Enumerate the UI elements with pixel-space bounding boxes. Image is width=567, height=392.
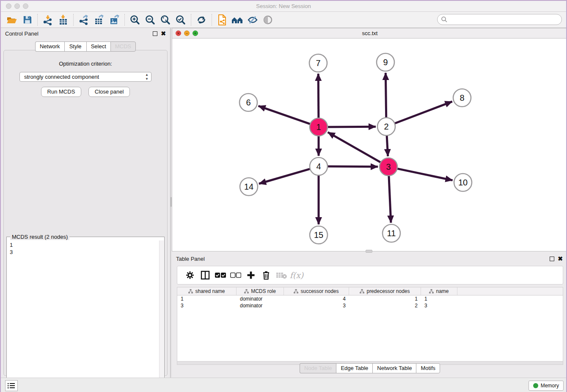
graph-edge-2-9[interactable]: [385, 73, 386, 119]
graph-edge-3-10[interactable]: [396, 168, 453, 180]
memory-button[interactable]: Memory: [528, 381, 564, 391]
table-cell[interactable]: dominator: [237, 302, 284, 309]
graph-edge-2-8[interactable]: [394, 102, 452, 124]
close-panel-icon[interactable]: ✖: [161, 30, 166, 37]
graph-edge-3-11[interactable]: [389, 175, 391, 223]
splitter-grip[interactable]: [366, 250, 372, 253]
table-cell[interactable]: 1: [421, 295, 457, 302]
column-header[interactable]: shared name: [177, 287, 237, 295]
column-header[interactable]: MCDS role: [237, 287, 284, 295]
list-icon: [8, 383, 15, 389]
table-cell[interactable]: dominator: [237, 295, 284, 302]
graph-node-3[interactable]: 3: [380, 158, 397, 176]
column-header[interactable]: name: [421, 287, 457, 295]
tab-select[interactable]: Select: [86, 41, 110, 52]
import-table-button[interactable]: [55, 14, 71, 26]
memory-label: Memory: [541, 383, 559, 389]
close-panel-button[interactable]: Close panel: [88, 87, 130, 97]
select-all-columns-button[interactable]: [213, 268, 228, 282]
toolbar-separator: [212, 14, 212, 26]
tab-edge-table[interactable]: Edge Table: [336, 363, 372, 373]
graph-node-6[interactable]: 6: [239, 94, 257, 111]
graph-node-14[interactable]: 14: [240, 178, 258, 196]
export-table-button[interactable]: [91, 14, 107, 26]
tab-network-table[interactable]: Network Table: [372, 363, 416, 373]
graph-node-9[interactable]: 9: [377, 53, 394, 71]
zoom-out-button[interactable]: [143, 14, 158, 26]
table-cell[interactable]: 3: [177, 302, 237, 309]
node-table-header: shared nameMCDS rolesuccessor nodesprede…: [177, 287, 563, 295]
task-history-button[interactable]: [5, 380, 18, 391]
zoom-selected-button[interactable]: [173, 14, 188, 26]
float-panel-icon[interactable]: [550, 257, 554, 261]
import-network-icon: [42, 14, 53, 25]
column-sort-icon: [294, 289, 298, 294]
first-neighbors-button[interactable]: [230, 14, 245, 26]
import-network-button[interactable]: [40, 14, 55, 26]
graph-edge-4-3[interactable]: [327, 166, 378, 167]
unselect-all-columns-button[interactable]: [228, 268, 243, 282]
function-icon: f(x): [290, 271, 304, 280]
delete-column-button[interactable]: [259, 268, 274, 282]
tab-style[interactable]: Style: [64, 41, 86, 52]
add-column-button[interactable]: [243, 268, 259, 282]
tab-mcds[interactable]: MCDS: [110, 41, 136, 52]
tab-motifs[interactable]: Motifs: [416, 363, 440, 373]
criterion-select[interactable]: strongly connected component ▲▼: [19, 72, 151, 82]
search-input[interactable]: [448, 15, 561, 24]
apply-layout-button[interactable]: [194, 14, 209, 26]
graph-edge-3-1[interactable]: [328, 132, 382, 163]
graph-node-2[interactable]: 2: [377, 118, 395, 135]
zoom-in-button[interactable]: [127, 14, 143, 26]
graph-edge-1-2[interactable]: [327, 127, 376, 127]
table-cell[interactable]: 2: [349, 302, 421, 309]
table-cell[interactable]: 1: [349, 295, 421, 302]
graph-edge-2-3[interactable]: [387, 135, 388, 156]
table-settings-button[interactable]: [182, 268, 198, 282]
export-image-button[interactable]: [107, 14, 122, 26]
main-toolbar: [1, 12, 566, 28]
graph-edge-4-14[interactable]: [259, 168, 311, 184]
table-row[interactable]: 3dominator323: [177, 302, 563, 309]
checked-boxes-icon: [215, 272, 226, 278]
table-cell[interactable]: 4: [284, 295, 349, 302]
graph-node-15[interactable]: 15: [310, 226, 328, 244]
function-builder-button[interactable]: f(x): [289, 268, 304, 282]
delete-table-button[interactable]: [274, 268, 289, 282]
mcds-result-list[interactable]: 1 3: [7, 240, 159, 392]
table-cell[interactable]: 3: [284, 302, 349, 309]
network-canvas[interactable]: 1234678910111415: [172, 39, 567, 251]
graph-node-1[interactable]: 1: [310, 118, 328, 136]
graph-node-4[interactable]: 4: [310, 157, 328, 175]
zoom-out-icon: [145, 14, 156, 25]
graph-node-8[interactable]: 8: [453, 89, 471, 107]
network-window-titlebar[interactable]: ✕ − + scc.txt: [172, 28, 567, 39]
split-columns-button[interactable]: [198, 268, 213, 282]
open-session-button[interactable]: [4, 14, 19, 26]
tab-node-table[interactable]: Node Table: [300, 363, 336, 373]
graph-node-label: 6: [246, 98, 250, 107]
close-panel-icon[interactable]: ✖: [558, 255, 563, 262]
graph-node-11[interactable]: 11: [383, 224, 400, 242]
new-network-from-selection-button[interactable]: [215, 14, 230, 26]
float-panel-icon[interactable]: [153, 31, 157, 36]
table-cell[interactable]: 1: [177, 295, 237, 302]
hide-selection-button[interactable]: [245, 14, 260, 26]
graph-edge-1-6[interactable]: [259, 106, 311, 124]
column-header[interactable]: predecessor nodes: [349, 287, 421, 295]
table-cell[interactable]: 3: [421, 302, 457, 309]
criterion-select-value: strongly connected component: [24, 74, 99, 80]
export-network-button[interactable]: [76, 14, 91, 26]
save-session-button[interactable]: [19, 14, 35, 26]
graph-node-7[interactable]: 7: [309, 54, 327, 72]
graph-node-10[interactable]: 10: [454, 174, 472, 191]
tab-network[interactable]: Network: [35, 41, 64, 52]
graph-edge-1-7[interactable]: [318, 74, 319, 119]
column-header[interactable]: successor nodes: [284, 287, 349, 295]
table-row[interactable]: 1dominator411: [177, 295, 563, 302]
result-scrollbar[interactable]: [159, 240, 164, 392]
zoom-fit-button[interactable]: [158, 14, 173, 26]
table-toolbar: f(x): [177, 266, 563, 284]
run-mcds-button[interactable]: Run MCDS: [41, 87, 82, 97]
show-all-button[interactable]: [260, 14, 275, 26]
